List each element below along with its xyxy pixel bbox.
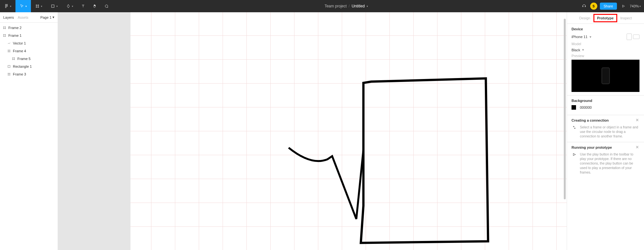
device-value[interactable]: iPhone 11 — [572, 35, 588, 39]
figma-logo-icon — [4, 4, 9, 8]
file-name: Untitled — [351, 4, 365, 8]
layer-label: Vector 1 — [13, 41, 26, 45]
phone-mock-icon — [601, 67, 610, 84]
help-running-title: Running your prototype — [572, 145, 632, 149]
canvas-scrollbar[interactable] — [564, 19, 566, 199]
page-selector[interactable]: Page 1 ▾ — [40, 15, 54, 19]
layer-label: Rectangle 1 — [13, 65, 32, 68]
voice-chat-button[interactable] — [581, 4, 588, 8]
layer-item[interactable]: Frame 5 — [0, 55, 58, 63]
layer-item[interactable]: Frame 3 — [0, 70, 58, 78]
shape-tool[interactable]: ▾ — [46, 0, 62, 12]
zoom-value: 743% — [630, 4, 639, 8]
left-panel-tabs: Layers Assets Page 1 ▾ — [0, 12, 58, 23]
tab-inspect[interactable]: Inspect — [619, 15, 633, 21]
tab-layers[interactable]: Layers — [3, 15, 14, 19]
svg-rect-0 — [5, 4, 6, 5]
orientation-toggle — [627, 34, 639, 40]
layer-label: Frame 2 — [8, 26, 22, 30]
help-connection-body: Select a frame or object in a frame and … — [580, 125, 639, 139]
background-section: Background 000000 — [567, 95, 644, 115]
canvas-vector[interactable] — [289, 146, 369, 227]
frame-icon — [35, 4, 40, 8]
layer-item[interactable]: Vector 1 — [0, 39, 58, 47]
pen-tool[interactable]: ▾ — [62, 0, 77, 12]
frame-icon — [12, 57, 15, 61]
right-panel-tabs: Design Prototype Inspect — [567, 12, 644, 24]
orientation-landscape[interactable] — [633, 35, 639, 39]
background-value[interactable]: 000000 — [580, 105, 592, 109]
hand-tool[interactable] — [89, 0, 101, 12]
frame-icon — [3, 26, 6, 30]
top-toolbar: ▾ ▾ ▾ ▾ ▾ Team project / Untitled — [0, 0, 644, 12]
tab-prototype[interactable]: Prototype — [593, 14, 617, 22]
left-panel: Layers Assets Page 1 ▾ Frame 2 Frame 1 V… — [0, 12, 58, 250]
text-icon — [81, 4, 85, 8]
chevron-down-icon: ▾ — [25, 5, 27, 8]
canvas-rectangle[interactable] — [361, 78, 490, 243]
move-tool[interactable]: ▾ — [15, 0, 31, 12]
chevron-down-icon: ▾ — [72, 5, 73, 8]
layer-item[interactable]: Frame 1 — [0, 32, 58, 39]
play-icon — [621, 4, 625, 8]
chevron-down-icon: ▾ — [56, 5, 58, 8]
frame-icon — [3, 34, 6, 37]
present-button[interactable] — [620, 2, 627, 10]
svg-rect-1 — [7, 4, 8, 5]
page-label: Page 1 — [40, 15, 52, 19]
chevron-down-icon: ▾ — [41, 5, 42, 8]
comment-tool[interactable] — [101, 0, 112, 12]
comment-icon — [104, 4, 109, 8]
team-name: Team project — [324, 4, 347, 8]
layer-list: Frame 2 Frame 1 Vector 1 Frame 4 Frame 5 — [0, 23, 58, 250]
tab-design[interactable]: Design — [578, 15, 591, 21]
user-avatar[interactable]: S — [590, 3, 597, 10]
main-menu-button[interactable]: ▾ — [0, 0, 15, 12]
orientation-portrait[interactable] — [627, 34, 632, 40]
layer-item[interactable]: Frame 4 — [0, 47, 58, 55]
play-icon — [572, 152, 577, 175]
chevron-down-icon: ▾ — [590, 35, 591, 39]
main-area: Layers Assets Page 1 ▾ Frame 2 Frame 1 V… — [0, 12, 644, 250]
frame-icon — [7, 49, 11, 53]
frame-icon — [7, 72, 11, 76]
svg-rect-3 — [7, 5, 8, 6]
close-button[interactable] — [636, 145, 639, 149]
breadcrumb-slash: / — [349, 4, 350, 8]
model-value[interactable]: Black — [572, 48, 580, 52]
right-panel: Design Prototype Inspect Device iPhone 1… — [567, 12, 644, 250]
chevron-down-icon: ▾ — [367, 5, 368, 8]
svg-rect-4 — [5, 7, 6, 8]
device-section: Device iPhone 11 ▾ Model Black ▾ Preview — [567, 24, 644, 95]
zoom-dropdown[interactable]: 743% ▾ — [630, 4, 641, 8]
canvas[interactable] — [58, 12, 567, 250]
text-tool[interactable] — [77, 0, 89, 12]
help-connection: Creating a connection Select a frame or … — [567, 115, 644, 142]
tab-assets[interactable]: Assets — [18, 15, 28, 19]
background-swatch[interactable] — [572, 105, 576, 110]
help-running: Running your prototype Use the play butt… — [567, 142, 644, 178]
chevron-down-icon: ▾ — [639, 5, 641, 8]
toolbar-right: S Share 743% ▾ — [581, 2, 644, 10]
help-connection-title: Creating a connection — [572, 118, 632, 122]
layer-label: Frame 3 — [13, 72, 26, 76]
background-title: Background — [572, 99, 639, 103]
layer-label: Frame 4 — [13, 49, 26, 53]
cursor-icon — [20, 4, 24, 8]
layer-label: Frame 1 — [8, 34, 22, 37]
frame-tool[interactable]: ▾ — [31, 0, 46, 12]
connection-icon — [572, 125, 577, 139]
share-button[interactable]: Share — [600, 3, 617, 10]
close-button[interactable] — [636, 118, 639, 122]
layer-item[interactable]: Frame 2 — [0, 24, 58, 32]
pen-icon — [66, 4, 71, 8]
file-title-area[interactable]: Team project / Untitled ▾ — [112, 4, 581, 8]
rectangle-icon — [51, 4, 55, 8]
layer-item[interactable]: Rectangle 1 — [0, 63, 58, 70]
help-running-body: Use the play button in the toolbar to pl… — [580, 152, 639, 175]
svg-rect-6 — [8, 65, 10, 68]
chevron-down-icon: ▾ — [582, 48, 584, 52]
hand-icon — [92, 4, 97, 8]
svg-rect-5 — [52, 5, 54, 7]
rect-icon — [7, 65, 11, 68]
